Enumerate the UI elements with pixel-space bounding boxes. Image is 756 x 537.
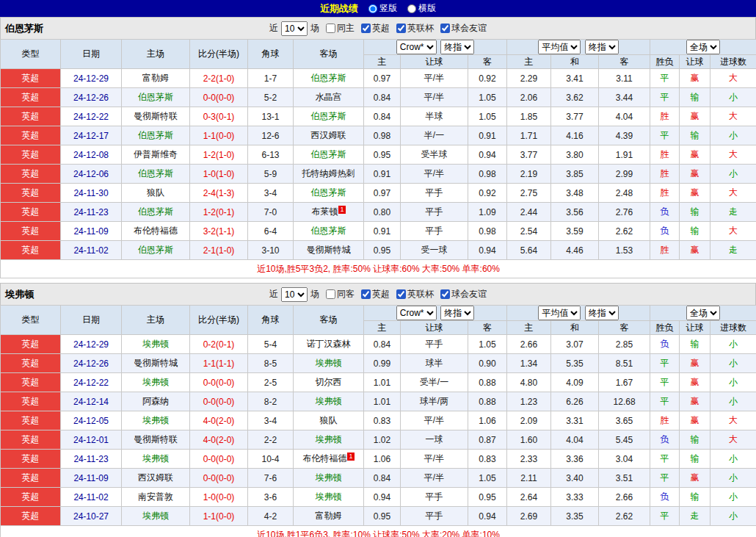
league-cell: 英超 xyxy=(1,488,61,507)
home-odds-cell: 0.97 xyxy=(364,69,401,88)
league-cell: 英超 xyxy=(1,69,61,88)
home-odds-cell: 0.84 xyxy=(364,469,401,488)
col-subheader-avg-home: 主 xyxy=(507,321,551,335)
league-filter-eflcup-input[interactable] xyxy=(396,289,406,299)
corner-cell: 3-4 xyxy=(248,411,294,430)
odds-stage-select[interactable]: 终指 xyxy=(440,306,474,320)
league-filter-friendly-input[interactable] xyxy=(440,289,450,299)
handicap-cell: 一球 xyxy=(401,430,468,450)
handicap-cell: 受半球 xyxy=(401,145,468,165)
league-filter-premier[interactable]: 英超 xyxy=(357,22,390,35)
corner-cell: 8-5 xyxy=(248,354,294,373)
league-filter-premier-input[interactable] xyxy=(361,289,371,299)
home-team-cell: 伯恩茅斯 xyxy=(122,126,190,145)
handicap-cell: 受一球 xyxy=(401,241,468,260)
date-cell: 24-12-06 xyxy=(61,165,122,184)
table-row: 英超24-12-22曼彻斯特联0-3(0-1)13-1伯恩茅斯0.84半球1.0… xyxy=(1,107,756,126)
average-select[interactable]: 平均值 xyxy=(538,40,581,54)
away-team-cell: 水晶宫 xyxy=(294,88,364,107)
avg-draw-cell: 3.56 xyxy=(551,203,599,222)
matches-table: 类型 日期 主场 比分(半场) 角球 客场 Crow* 终指 平均值 终指 全场 xyxy=(0,39,756,278)
period-group-header: 全场 xyxy=(650,40,756,55)
avg-draw-cell: 3.31 xyxy=(551,411,599,430)
date-cell: 24-11-02 xyxy=(61,488,122,507)
corner-cell: 6-4 xyxy=(248,222,294,241)
recent-count-select[interactable]: 10 xyxy=(281,287,308,302)
same-venue-input[interactable] xyxy=(326,289,335,299)
league-cell: 英超 xyxy=(1,354,61,373)
league-filter-friendly-input[interactable] xyxy=(440,24,450,33)
col-header-home: 主场 xyxy=(122,306,190,335)
avg-home-cell: 2.66 xyxy=(507,335,551,354)
home-team-cell: 埃弗顿 xyxy=(122,373,190,392)
away-odds-cell: 0.92 xyxy=(468,69,507,88)
corner-cell: 1-7 xyxy=(248,69,294,88)
team-name: 伯恩茅斯 xyxy=(5,22,43,35)
recent-count-select[interactable]: 10 xyxy=(281,21,308,36)
away-team-cell: 切尔西 xyxy=(294,373,364,392)
away-team-cell: 伯恩茅斯 xyxy=(294,107,364,126)
bookmaker-select[interactable]: Crow* xyxy=(396,306,437,320)
home-odds-cell: 1.01 xyxy=(364,392,401,411)
away-odds-cell: 0.83 xyxy=(468,450,507,469)
layout-radio-horizontal[interactable]: 横版 xyxy=(407,2,436,15)
avg-draw-cell: 3.80 xyxy=(551,145,599,165)
avg-away-cell: 2.99 xyxy=(599,165,650,184)
col-header-corner: 角球 xyxy=(248,40,294,69)
layout-radio-vertical[interactable]: 竖版 xyxy=(368,2,397,15)
table-row: 英超24-12-22埃弗顿0-0(0-0)2-5切尔西1.01受半/一0.884… xyxy=(1,373,756,392)
layout-radio-horizontal-input[interactable] xyxy=(407,4,416,13)
league-filter-premier-input[interactable] xyxy=(361,24,371,33)
same-venue-checkbox[interactable]: 同客 xyxy=(322,288,355,300)
home-team-cell: 富勒姆 xyxy=(122,69,190,88)
league-filter-eflcup-input[interactable] xyxy=(396,24,406,33)
period-select[interactable]: 全场 xyxy=(686,306,720,320)
handicap-result-cell: 赢 xyxy=(680,373,710,392)
league-filter-premier[interactable]: 英超 xyxy=(357,288,390,300)
corner-cell: 7-0 xyxy=(248,203,294,222)
same-venue-checkbox[interactable]: 同主 xyxy=(322,22,355,35)
goals-result-cell: 小 xyxy=(710,507,756,526)
league-filter-friendly[interactable]: 球会友谊 xyxy=(437,22,487,35)
col-header-away: 客场 xyxy=(294,40,364,69)
col-subheader-odds-home: 主 xyxy=(364,321,401,335)
score-cell: 1-0(0-0) xyxy=(190,488,248,507)
league-filter-friendly[interactable]: 球会友谊 xyxy=(437,288,487,300)
handicap-cell: 半球 xyxy=(401,107,468,126)
home-team-cell: 南安普敦 xyxy=(122,488,190,507)
avg-home-cell: 2.29 xyxy=(507,69,551,88)
table-row: 英超24-12-17伯恩茅斯1-1(0-0)12-6西汉姆联0.98半/一0.9… xyxy=(1,126,756,145)
col-subheader-result: 胜负 xyxy=(650,55,680,69)
same-venue-input[interactable] xyxy=(326,24,335,33)
score-cell: 0-0(0-0) xyxy=(190,469,248,488)
average-stage-select[interactable]: 终指 xyxy=(585,306,619,320)
handicap-result-cell: 赢 xyxy=(680,184,710,203)
col-subheader-handicap-result: 让球 xyxy=(680,55,710,69)
goals-result-cell: 大 xyxy=(710,222,756,241)
period-select[interactable]: 全场 xyxy=(686,40,720,54)
avg-draw-cell: 3.07 xyxy=(551,335,599,354)
col-header-type: 类型 xyxy=(1,40,61,69)
home-odds-cell: 0.91 xyxy=(364,222,401,241)
average-stage-select[interactable]: 终指 xyxy=(585,40,619,54)
handicap-cell: 平/半 xyxy=(401,88,468,107)
league-filter-eflcup[interactable]: 英联杯 xyxy=(393,288,434,300)
avg-home-cell: 4.80 xyxy=(507,373,551,392)
avg-away-cell: 2.76 xyxy=(599,203,650,222)
col-header-date: 日期 xyxy=(61,40,122,69)
date-cell: 24-11-09 xyxy=(61,222,122,241)
odds-stage-select[interactable]: 终指 xyxy=(440,40,474,54)
bookmaker-select[interactable]: Crow* xyxy=(396,40,437,54)
table-row: 英超24-12-26曼彻斯特城1-1(1-1)8-5埃弗顿0.99球半0.901… xyxy=(1,354,756,373)
avg-away-cell: 2.48 xyxy=(599,184,650,203)
league-filter-eflcup[interactable]: 英联杯 xyxy=(393,22,434,35)
date-cell: 24-12-14 xyxy=(61,392,122,411)
col-subheader-handicap: 让球 xyxy=(401,321,468,335)
average-select[interactable]: 平均值 xyxy=(538,306,581,320)
layout-radio-vertical-input[interactable] xyxy=(368,4,377,13)
score-cell: 4-0(2-0) xyxy=(190,430,248,450)
league-cell: 英超 xyxy=(1,450,61,469)
corner-cell: 3-6 xyxy=(248,488,294,507)
league-cell: 英超 xyxy=(1,88,61,107)
handicap-result-cell: 输 xyxy=(680,488,710,507)
